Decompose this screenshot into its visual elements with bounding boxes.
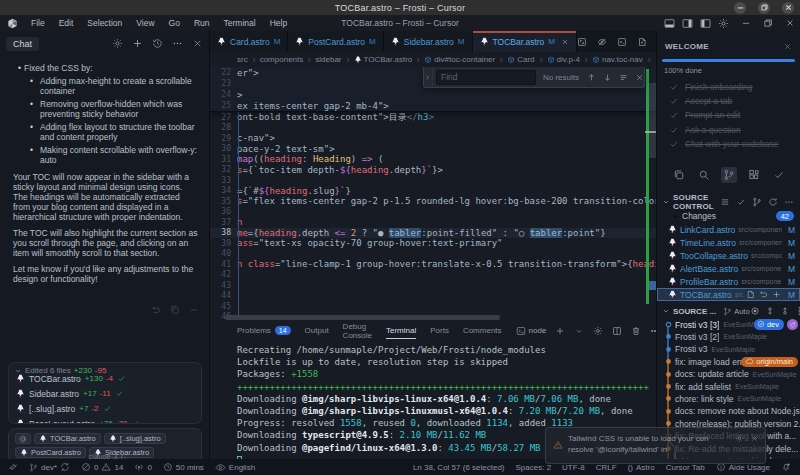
push-icon[interactable] (795, 306, 800, 316)
git-branch-status[interactable]: dev* (29, 462, 70, 472)
diff-added-icon[interactable] (617, 37, 627, 47)
commit-row[interactable]: chore: link styleEveSunMaple (657, 393, 800, 405)
chat-tab[interactable]: Chat (6, 37, 39, 51)
fetch-icon[interactable] (765, 306, 775, 316)
tab-tocbar-astro[interactable]: TOCBar.astroM (473, 31, 577, 52)
menu-item-selection[interactable]: Selection (80, 15, 129, 31)
scm-file-row[interactable]: TOCBar.astrosrc/...M (657, 288, 800, 301)
copy-message-icon[interactable] (170, 305, 180, 315)
terminal-shell-chip[interactable]: node (516, 326, 547, 336)
code-line-44[interactable]: 44 (210, 291, 656, 302)
breadcrumb-symbol[interactable]: div#toc-container (424, 55, 495, 64)
window-minimize-icon[interactable] (741, 18, 751, 28)
scm-more-icon[interactable] (784, 197, 794, 207)
create-branch-icon[interactable] (752, 197, 762, 207)
tab-card-astro[interactable]: Card.astroM (210, 31, 288, 52)
origin-main-badge[interactable]: origin/main (741, 357, 798, 368)
code-line-36[interactable]: 36 (210, 207, 656, 218)
notification-toast[interactable]: Tailwind CSS is unable to load your con … (545, 427, 766, 464)
breadcrumb-folder[interactable]: components (260, 55, 304, 64)
graph-section-header[interactable]: SOURCE ... Auto (657, 304, 800, 318)
open-preview-icon[interactable] (637, 37, 647, 47)
code-line-35[interactable]: 35s="flex items-center gap-2 p-1.5 round… (210, 196, 656, 207)
code-line-39[interactable]: 39ass="text-xs opacity-70 group-hover:te… (210, 238, 656, 249)
code-editor[interactable]: 22er">2324>25ex items-center gap-2 mb-4"… (210, 67, 656, 322)
welcome-close-icon[interactable] (783, 42, 792, 51)
spell-language-status[interactable]: English (215, 462, 255, 473)
find-previous-icon[interactable] (587, 73, 596, 82)
code-line-34[interactable]: 34={`#${heading.slug}`} (210, 186, 656, 197)
discard-changes-icon[interactable] (759, 290, 768, 299)
os-minimize-button[interactable] (734, 2, 746, 14)
add-context-button[interactable] (15, 433, 31, 444)
code-line-42[interactable]: 42 (210, 270, 656, 281)
menu-item-view[interactable]: View (129, 15, 161, 31)
scm-file-row[interactable]: AlertBase.astrosrc/compone...M (657, 262, 800, 275)
breadcrumb-symbol[interactable]: nav.toc-nav (592, 55, 643, 64)
code-line-25[interactable]: 25ex items-center gap-2 mb-4"> (210, 100, 656, 111)
onboarding-item[interactable]: Ask a question (657, 123, 800, 137)
code-line-41[interactable]: 41n class="line-clamp-1 group-hover:tran… (210, 259, 656, 270)
menu-item-go[interactable]: Go (162, 15, 187, 31)
stage-changes-icon[interactable] (772, 290, 781, 299)
toggle-replace-chevron-icon[interactable] (424, 67, 433, 87)
kill-terminal-icon[interactable] (631, 326, 641, 336)
window-close-icon[interactable] (785, 18, 795, 28)
panel-tab-terminal[interactable]: Terminal (386, 322, 416, 339)
terminal-dropdown-icon[interactable] (574, 326, 584, 336)
ports-status[interactable]: 0 (134, 462, 151, 472)
commit-check-icon[interactable] (736, 197, 746, 207)
code-line-43[interactable]: 43 (210, 280, 656, 291)
onboarding-item[interactable]: Accept a tab (657, 94, 800, 108)
copy-files-icon[interactable] (671, 167, 687, 183)
tab-postcard-astro[interactable]: PostCard.astroM (288, 31, 383, 52)
code-line-32[interactable]: 32s={`toc-item depth-${heading.depth}`}> (210, 165, 656, 176)
toggle-secondary-sidebar-icon[interactable] (682, 18, 693, 29)
commit-row[interactable]: Frosti v3 [2]EveSunMaple (657, 331, 800, 343)
code-line-40[interactable]: 40 (210, 249, 656, 260)
changes-section-header[interactable]: Changes 42 (657, 209, 800, 223)
find-next-icon[interactable] (603, 73, 612, 82)
chat-more-icon[interactable] (172, 38, 183, 49)
code-line-31[interactable]: 31map((heading: Heading) => ( (210, 154, 656, 165)
breadcrumb-symbol[interactable]: Card (507, 55, 534, 64)
find-input[interactable]: Find (436, 70, 536, 85)
horizontal-scrollbar[interactable] (225, 315, 500, 320)
problems-status[interactable]: 0 14 (81, 462, 123, 472)
code-line-24[interactable]: 24> (210, 89, 656, 100)
toggle-blame-icon[interactable] (597, 37, 607, 47)
menu-item-run[interactable]: Run (187, 15, 217, 31)
graph-auto-selector[interactable]: Auto (723, 307, 749, 316)
menu-item-help[interactable]: Help (263, 15, 294, 31)
commit-row[interactable]: docs: remove note about Node.js... (657, 405, 800, 417)
edited-file-row[interactable]: TOCBar.astro+130-4 (9, 371, 201, 386)
toggle-panel-icon[interactable] (664, 18, 675, 29)
commit-row[interactable]: fix: add safelistEveSunMaple (657, 380, 800, 392)
onboarding-item[interactable]: Finish onboarding (657, 80, 800, 94)
menu-item-terminal[interactable]: Terminal (217, 15, 263, 31)
find-in-selection-icon[interactable] (619, 73, 628, 82)
edited-file-row[interactable]: [..slug].astro+7-2 (9, 401, 201, 416)
terminal-settings-gear-icon[interactable] (593, 326, 603, 336)
breadcrumb-folder[interactable]: sidebar (315, 55, 341, 64)
code-line-28[interactable]: 28 (210, 123, 656, 134)
os-restore-button[interactable] (758, 2, 770, 14)
onboarding-item[interactable]: Prompt an edit (657, 108, 800, 122)
context-pill[interactable]: [..slug].astro (104, 433, 166, 444)
check-icon[interactable] (771, 167, 787, 183)
message-more-icon[interactable] (189, 305, 199, 315)
target-icon[interactable] (750, 306, 760, 316)
code-line-27[interactable]: 27ont-bold text-base-content">目录</h3> (210, 112, 656, 123)
commit-row[interactable]: docs: update articleEveSunMaple (657, 368, 800, 380)
scm-file-row[interactable]: TooCollapse.astrosrc/compo...M (657, 249, 800, 262)
overview-ruler[interactable] (645, 67, 656, 322)
cursor-position-status[interactable]: Ln 38, Col 57 (6 selected) (413, 463, 505, 472)
chat-history-icon[interactable] (152, 38, 163, 49)
code-line-33[interactable]: 33 (210, 175, 656, 186)
tab-sidebar-astro[interactable]: Sidebar.astroM (384, 31, 473, 52)
chat-settings-gear-icon[interactable] (112, 38, 123, 49)
split-terminal-icon[interactable] (612, 326, 622, 336)
find-close-icon[interactable] (635, 73, 644, 82)
commit-row[interactable]: fix: image load err...origin/main (657, 356, 800, 368)
new-chat-icon[interactable] (132, 38, 143, 49)
